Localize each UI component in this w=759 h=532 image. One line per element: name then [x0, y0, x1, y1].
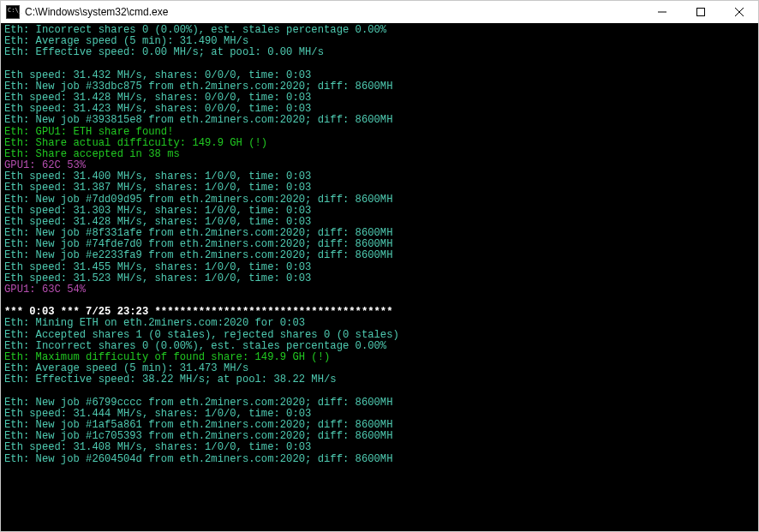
- console-line: Eth: New job #6799cccc from eth.2miners.…: [4, 398, 755, 409]
- svg-rect-0: [696, 9, 704, 16]
- console-line: Eth speed: 31.455 MH/s, shares: 1/0/0, t…: [4, 262, 755, 273]
- close-button[interactable]: [720, 1, 758, 23]
- window-title: C:\Windows\system32\cmd.exe: [25, 7, 168, 18]
- maximize-button[interactable]: [681, 1, 720, 23]
- console-line: Eth: New job #e2233fa9 from eth.2miners.…: [4, 250, 755, 261]
- console-line: Eth: Effective speed: 38.22 MH/s; at poo…: [4, 374, 755, 386]
- console-line: [4, 386, 755, 398]
- cmd-window: C:\Windows\system32\cmd.exe Eth: Incorre…: [0, 0, 759, 532]
- console-line: Eth: Accepted shares 1 (0 stales), rejec…: [4, 330, 755, 341]
- close-icon: [735, 8, 744, 16]
- titlebar[interactable]: C:\Windows\system32\cmd.exe: [1, 1, 758, 23]
- console-line: GPU1: 63C 54%: [4, 284, 755, 296]
- console-line: Eth: New job #2604504d from eth.2miners.…: [4, 454, 755, 465]
- minimize-icon: [658, 8, 666, 16]
- minimize-button[interactable]: [642, 1, 681, 23]
- console-line: Eth: Share actual difficulty: 149.9 GH (…: [4, 138, 755, 149]
- console-output[interactable]: Eth: Incorrect shares 0 (0.00%), est. st…: [1, 23, 758, 531]
- console-line: Eth: New job #7dd09d95 from eth.2miners.…: [4, 194, 755, 206]
- console-line: Eth speed: 31.303 MH/s, shares: 1/0/0, t…: [4, 206, 755, 217]
- console-line: Eth speed: 31.523 MH/s, shares: 1/0/0, t…: [4, 273, 755, 284]
- console-line: Eth: Effective speed: 0.00 MH/s; at pool…: [4, 47, 755, 58]
- console-line: [4, 59, 755, 70]
- console-line: Eth speed: 31.432 MH/s, shares: 0/0/0, t…: [4, 70, 755, 81]
- console-line: Eth speed: 31.408 MH/s, shares: 1/0/0, t…: [4, 442, 755, 453]
- console-line: Eth: New job #393815e8 from eth.2miners.…: [4, 115, 755, 126]
- console-line: Eth: Mining ETH on eth.2miners.com:2020 …: [4, 318, 755, 329]
- console-line: Eth: Incorrect shares 0 (0.00%), est. st…: [4, 341, 755, 352]
- maximize-icon: [696, 8, 705, 16]
- console-line: Eth speed: 31.387 MH/s, shares: 1/0/0, t…: [4, 182, 755, 194]
- console-line: Eth: GPU1: ETH share found!: [4, 127, 755, 138]
- console-line: Eth: Share accepted in 38 ms: [4, 149, 755, 160]
- cmd-icon: [6, 5, 20, 19]
